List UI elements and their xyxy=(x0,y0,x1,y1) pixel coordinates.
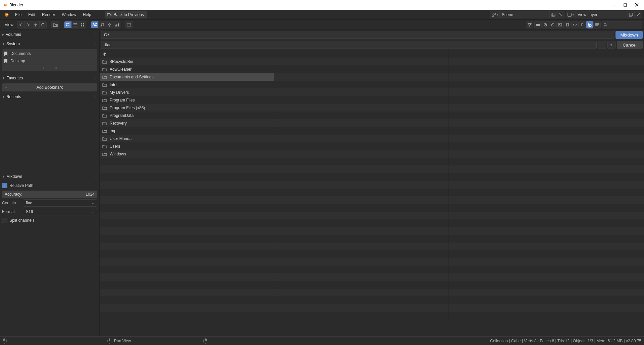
format-select[interactable]: S16 ⌄ xyxy=(23,208,97,215)
drag-icon[interactable]: ⠿ xyxy=(94,95,97,98)
drag-icon[interactable]: ⠿ xyxy=(94,175,97,178)
file-row[interactable]: Program Files (x86) xyxy=(100,104,274,112)
new-folder-icon[interactable] xyxy=(51,21,59,28)
system-item-documents[interactable]: Documents xyxy=(2,50,97,57)
file-row[interactable]: Program Files xyxy=(100,96,274,104)
sort-extension-icon[interactable] xyxy=(98,21,106,28)
expand-icon: ▼ xyxy=(2,95,5,98)
file-row[interactable]: $Recycle.Bin xyxy=(100,58,274,65)
volumes-panel-header[interactable]: ▶ Volumes ⠿ xyxy=(0,30,99,39)
chevron-left-icon[interactable]: ◂ xyxy=(42,65,44,70)
decrement-button[interactable]: − xyxy=(598,41,606,49)
display-list-short-icon[interactable] xyxy=(64,21,71,28)
close-button[interactable] xyxy=(633,2,640,8)
viewlayer-name-input[interactable] xyxy=(575,11,627,18)
svg-point-9 xyxy=(7,14,7,15)
checkbox-icon[interactable] xyxy=(2,218,7,223)
add-bookmark-button[interactable]: + Add Bookmark xyxy=(2,83,97,91)
viewlayer-new-icon[interactable] xyxy=(627,11,635,18)
svg-rect-45 xyxy=(588,23,589,25)
file-row[interactable]: Recovery xyxy=(100,119,274,127)
svg-rect-32 xyxy=(83,25,84,26)
menu-file[interactable]: File xyxy=(12,11,24,19)
collapse-icon: ▶ xyxy=(2,33,4,36)
nav-refresh-icon[interactable] xyxy=(39,21,47,28)
scene-delete-icon[interactable] xyxy=(557,11,565,18)
scene-browse-icon[interactable]: ▾ xyxy=(490,11,499,18)
menu-window[interactable]: Window xyxy=(59,11,79,19)
drag-icon[interactable]: ⠿ xyxy=(94,33,97,36)
file-list[interactable]: ..$Recycle.BinAdwCleanerDocuments and Se… xyxy=(100,50,644,336)
container-select[interactable]: flac ⌄ xyxy=(23,199,97,207)
cancel-button[interactable]: Cancel xyxy=(617,41,643,49)
display-list-long-icon[interactable] xyxy=(71,21,79,28)
sort-time-icon[interactable] xyxy=(106,21,113,28)
viewlayer-selector[interactable]: ▾ xyxy=(566,11,642,18)
accuracy-field[interactable]: Accuracy: 1024 xyxy=(2,191,97,198)
svg-rect-19 xyxy=(630,13,633,16)
scene-selector[interactable]: ▾ xyxy=(490,11,565,18)
filter-script-icon[interactable] xyxy=(571,21,579,28)
increment-button[interactable]: + xyxy=(607,41,615,49)
drag-icon[interactable]: ⠿ xyxy=(94,76,97,80)
favorites-panel-header[interactable]: ▼ Favorites ⠿ xyxy=(0,73,99,83)
filter-font-icon[interactable]: F xyxy=(579,21,586,28)
filename-input[interactable] xyxy=(101,41,597,49)
viewlayer-delete-icon[interactable] xyxy=(635,11,642,18)
minimize-button[interactable] xyxy=(610,2,617,8)
system-item-desktop[interactable]: Desktop xyxy=(2,57,97,65)
relative-path-option[interactable]: ✓ Relative Path xyxy=(0,181,99,190)
filter-blend-icon[interactable] xyxy=(542,21,549,28)
scene-new-icon[interactable] xyxy=(550,11,557,18)
svg-rect-35 xyxy=(118,23,119,26)
menu-render[interactable]: Render xyxy=(39,11,58,19)
svg-rect-10 xyxy=(107,14,110,16)
maximize-button[interactable] xyxy=(622,2,629,8)
mixdown-confirm-button[interactable]: Mixdown xyxy=(615,31,643,39)
filter-text-icon[interactable] xyxy=(593,21,601,28)
drag-handle-icon[interactable]: ⠿ xyxy=(54,65,57,70)
file-row[interactable]: Documents and Settings xyxy=(100,73,274,81)
file-row[interactable]: My Drivers xyxy=(100,88,274,96)
filter-search-input[interactable] xyxy=(602,21,642,28)
drag-icon[interactable]: ⠿ xyxy=(94,42,97,46)
system-panel-header[interactable]: ▼ System ⠿ xyxy=(0,39,99,49)
scene-name-input[interactable] xyxy=(499,11,550,18)
file-row[interactable]: ProgramData xyxy=(100,112,274,119)
recents-panel-header[interactable]: ▼ Recents ⠿ xyxy=(0,92,99,101)
filter-sound-icon[interactable] xyxy=(586,21,593,28)
nav-up-icon[interactable] xyxy=(32,21,39,28)
menu-help[interactable]: Help xyxy=(80,11,94,19)
filter-movie-icon[interactable] xyxy=(564,21,571,28)
sort-size-icon[interactable] xyxy=(113,21,120,28)
up-arrow-icon xyxy=(102,52,107,56)
chevron-down-icon: ⌄ xyxy=(92,201,94,205)
split-channels-option[interactable]: Split channels xyxy=(0,216,99,225)
checkbox-checked-icon[interactable]: ✓ xyxy=(2,183,7,188)
path-input[interactable] xyxy=(101,31,614,39)
viewlayer-browse-icon[interactable]: ▾ xyxy=(566,11,575,18)
back-to-previous-button[interactable]: Back to Previous xyxy=(105,11,147,18)
filter-toggle-icon[interactable] xyxy=(526,21,533,28)
nav-forward-icon[interactable] xyxy=(24,21,32,28)
file-row[interactable]: tmp xyxy=(100,127,274,135)
filter-image-icon[interactable] xyxy=(556,21,564,28)
nav-back-icon[interactable] xyxy=(17,21,24,28)
filter-folder-icon[interactable] xyxy=(534,21,542,28)
file-row[interactable]: Intel xyxy=(100,81,274,88)
file-row[interactable]: User Manual xyxy=(100,135,274,142)
display-thumbnails-icon[interactable] xyxy=(79,21,86,28)
file-row[interactable]: Windows xyxy=(100,150,274,158)
view-menu[interactable]: View xyxy=(2,21,16,28)
parent-dir-row[interactable]: .. xyxy=(100,50,274,58)
svg-rect-56 xyxy=(205,339,207,341)
svg-rect-29 xyxy=(81,23,82,24)
blender-icon[interactable] xyxy=(2,11,10,19)
file-row[interactable]: Users xyxy=(100,142,274,150)
file-row[interactable]: AdwCleaner xyxy=(100,65,274,73)
filter-backup-icon[interactable] xyxy=(549,21,556,28)
sort-alpha-icon[interactable]: AZ xyxy=(91,21,98,28)
menu-edit[interactable]: Edit xyxy=(25,11,38,19)
mixdown-panel-header[interactable]: ▼ Mixdown ⠿ xyxy=(0,172,99,181)
show-hidden-icon[interactable] xyxy=(125,21,133,28)
